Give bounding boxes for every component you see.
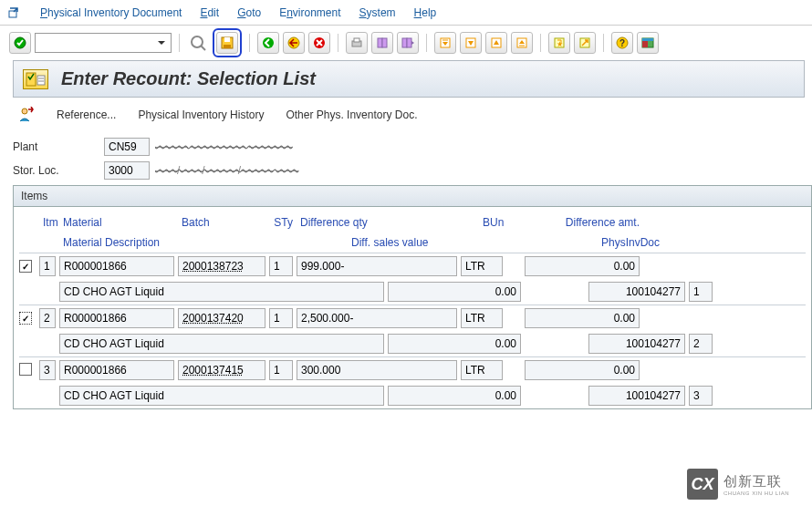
svg-rect-6: [224, 45, 231, 48]
row-checkbox[interactable]: [19, 363, 32, 376]
col-physinv: PhysInvDoc: [598, 234, 716, 251]
help-button[interactable]: ?: [611, 32, 633, 54]
other-doc-link[interactable]: Other Phys. Inventory Doc.: [286, 108, 417, 121]
diff-sales-field[interactable]: 0.00: [388, 282, 521, 302]
row-checkbox[interactable]: [19, 312, 32, 325]
diff-sales-field[interactable]: 0.00: [388, 386, 521, 406]
menu-expand-icon[interactable]: [7, 5, 22, 20]
svg-rect-30: [26, 73, 36, 86]
stor-loc-value[interactable]: 3000: [104, 161, 150, 180]
new-session-button[interactable]: ★: [548, 32, 570, 54]
history-link[interactable]: Physical Inventory History: [138, 108, 264, 121]
itm-number: 2: [39, 308, 56, 328]
sty-field[interactable]: 1: [269, 256, 293, 276]
separator: [540, 34, 541, 52]
row-checkbox[interactable]: [19, 260, 32, 273]
bun-field[interactable]: LTR: [461, 256, 503, 276]
table-row: 2 R000001866 2000137420 1 2,500.000- LTR…: [19, 305, 806, 356]
stor-loc-desc: ——/——/———/——— ——: [155, 164, 298, 177]
plant-desc: ——— ————— ————: [155, 140, 293, 153]
mat-desc-field[interactable]: CD CHO AGT Liquid: [59, 334, 384, 354]
svg-rect-0: [9, 11, 16, 17]
bun-field[interactable]: LTR: [461, 360, 503, 380]
material-field[interactable]: R000001866: [59, 256, 174, 276]
reference-link[interactable]: Reference...: [57, 108, 116, 121]
back-button[interactable]: [257, 32, 279, 54]
seq-field[interactable]: 2: [689, 334, 713, 354]
print-button[interactable]: [346, 32, 368, 54]
layout-button[interactable]: [637, 32, 659, 54]
diff-amt-field[interactable]: 0.00: [525, 256, 640, 276]
exit-button[interactable]: [283, 32, 305, 54]
last-page-button[interactable]: [511, 32, 533, 54]
separator: [603, 34, 604, 52]
menu-environment[interactable]: Environment: [279, 6, 340, 19]
items-title: Items: [14, 186, 811, 207]
sub-toolbar: Reference... Physical Inventory History …: [0, 98, 812, 132]
seq-field[interactable]: 1: [689, 282, 713, 302]
diff-qty-field[interactable]: 999.000-: [297, 256, 457, 276]
sty-field[interactable]: 1: [269, 360, 293, 380]
physinv-field[interactable]: 100104277: [588, 334, 685, 354]
separator: [426, 34, 427, 52]
separator: [179, 34, 180, 52]
col-bun: BUn: [479, 214, 525, 231]
menu-physical-inventory[interactable]: Physical Inventory Document: [40, 6, 182, 19]
diff-sales-field[interactable]: 0.00: [388, 334, 521, 354]
reference-icon[interactable]: [18, 107, 35, 123]
next-page-button[interactable]: [485, 32, 507, 54]
items-grid: Itm Material Batch STy Difference qty BU…: [14, 207, 811, 408]
seq-field[interactable]: 3: [689, 386, 713, 406]
col-diff-amt: Difference amt.: [525, 214, 643, 231]
header-fields: Plant CN59 ——— ————— ———— Stor. Loc. 300…: [13, 136, 799, 181]
menu-edit[interactable]: Edit: [200, 6, 219, 19]
mat-desc-field[interactable]: CD CHO AGT Liquid: [59, 386, 384, 406]
material-field[interactable]: R000001866: [59, 308, 174, 328]
svg-rect-11: [354, 38, 359, 42]
watermark-logo: CX: [687, 469, 718, 500]
mat-desc-field[interactable]: CD CHO AGT Liquid: [59, 282, 384, 302]
col-diff-qty: Difference qty: [297, 214, 433, 231]
bun-field[interactable]: LTR: [461, 308, 503, 328]
menu-system[interactable]: System: [359, 6, 396, 19]
prev-page-button[interactable]: [460, 32, 482, 54]
menu-bar: Physical Inventory Document Edit Goto En…: [0, 0, 812, 26]
plant-label: Plant: [13, 140, 104, 153]
col-sty: STy: [269, 214, 297, 231]
batch-field[interactable]: 2000137415: [178, 360, 265, 380]
command-field[interactable]: [35, 33, 172, 53]
diff-amt-field[interactable]: 0.00: [525, 308, 640, 328]
enter-button[interactable]: [9, 32, 31, 54]
sty-field[interactable]: 1: [269, 308, 293, 328]
svg-rect-29: [642, 38, 653, 41]
generate-shortcut-button[interactable]: [574, 32, 596, 54]
find-next-button[interactable]: [397, 32, 419, 54]
find-button[interactable]: [371, 32, 393, 54]
select-all-icon[interactable]: [23, 69, 48, 89]
svg-rect-12: [378, 38, 382, 47]
batch-field[interactable]: 2000138723: [178, 256, 265, 276]
back-glass-icon[interactable]: [187, 32, 209, 54]
menu-goto[interactable]: Goto: [237, 6, 261, 19]
batch-field[interactable]: 2000137420: [178, 308, 265, 328]
diff-qty-field[interactable]: 300.000: [297, 360, 457, 380]
physinv-field[interactable]: 100104277: [588, 282, 685, 302]
cancel-button[interactable]: [308, 32, 330, 54]
svg-rect-15: [407, 38, 411, 47]
grid-header-row2: Material Description Diff. sales value P…: [19, 232, 806, 253]
first-page-button[interactable]: [434, 32, 456, 54]
title-bar: Enter Recount: Selection List: [13, 60, 805, 98]
save-button-highlighted[interactable]: [213, 28, 242, 57]
plant-value[interactable]: CN59: [104, 138, 150, 156]
diff-qty-field[interactable]: 2,500.000-: [297, 308, 457, 328]
material-field[interactable]: R000001866: [59, 360, 174, 380]
col-batch: Batch: [178, 214, 269, 231]
physinv-field[interactable]: 100104277: [588, 386, 685, 406]
grid-header-row1: Itm Material Batch STy Difference qty BU…: [19, 212, 806, 232]
dropdown-icon: [154, 36, 169, 50]
svg-point-34: [22, 108, 27, 114]
menu-help[interactable]: Help: [414, 6, 437, 19]
toolbar: ★ ?: [0, 26, 812, 60]
diff-amt-field[interactable]: 0.00: [525, 360, 640, 380]
itm-number: 1: [39, 256, 56, 276]
